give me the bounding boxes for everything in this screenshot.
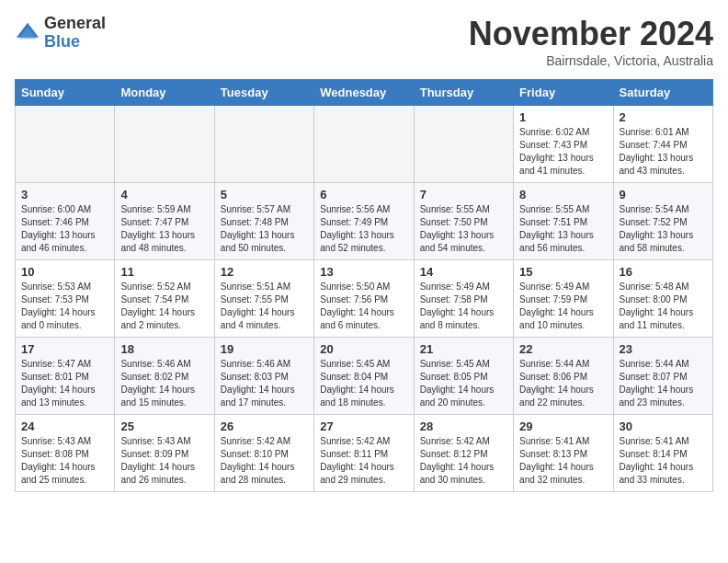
day-number: 2: [620, 110, 707, 124]
calendar-cell: 14Sunrise: 5:49 AM Sunset: 7:58 PM Dayli…: [414, 260, 513, 338]
day-detail: Sunrise: 5:43 AM Sunset: 8:09 PM Dayligh…: [120, 435, 208, 487]
logo: General Blue: [15, 15, 106, 52]
day-detail: Sunrise: 5:41 AM Sunset: 8:13 PM Dayligh…: [519, 435, 607, 487]
day-detail: Sunrise: 5:55 AM Sunset: 7:50 PM Dayligh…: [420, 203, 507, 255]
day-number: 22: [519, 342, 607, 356]
day-detail: Sunrise: 5:45 AM Sunset: 8:04 PM Dayligh…: [320, 358, 407, 409]
calendar-cell: [414, 106, 513, 183]
day-detail: Sunrise: 5:42 AM Sunset: 8:12 PM Dayligh…: [420, 435, 507, 487]
day-detail: Sunrise: 5:49 AM Sunset: 7:59 PM Dayligh…: [519, 281, 607, 332]
calendar-cell: 28Sunrise: 5:42 AM Sunset: 8:12 PM Dayli…: [414, 415, 513, 492]
day-detail: Sunrise: 6:00 AM Sunset: 7:46 PM Dayligh…: [21, 203, 108, 255]
calendar-week-1: 1Sunrise: 6:02 AM Sunset: 7:43 PM Daylig…: [16, 106, 713, 183]
day-number: 3: [21, 188, 108, 201]
day-number: 20: [320, 342, 407, 356]
logo-general-text: General: [44, 14, 106, 32]
day-number: 8: [519, 188, 607, 201]
day-header-monday: Monday: [115, 80, 214, 106]
day-detail: Sunrise: 5:46 AM Sunset: 8:03 PM Dayligh…: [221, 358, 308, 409]
calendar-cell: 27Sunrise: 5:42 AM Sunset: 8:11 PM Dayli…: [314, 415, 414, 492]
day-number: 29: [519, 419, 607, 433]
day-number: 18: [120, 342, 208, 356]
calendar-cell: 29Sunrise: 5:41 AM Sunset: 8:13 PM Dayli…: [514, 415, 613, 492]
day-header-thursday: Thursday: [414, 80, 513, 106]
calendar-cell: 18Sunrise: 5:46 AM Sunset: 8:02 PM Dayli…: [115, 338, 214, 415]
day-number: 21: [420, 342, 507, 356]
day-detail: Sunrise: 5:55 AM Sunset: 7:51 PM Dayligh…: [519, 203, 607, 255]
calendar-table: SundayMondayTuesdayWednesdayThursdayFrid…: [15, 79, 713, 492]
day-number: 12: [221, 265, 308, 279]
day-detail: Sunrise: 5:49 AM Sunset: 7:58 PM Dayligh…: [420, 281, 507, 332]
calendar-week-2: 3Sunrise: 6:00 AM Sunset: 7:46 PM Daylig…: [16, 183, 713, 260]
title-block: November 2024 Bairnsdale, Victoria, Aust…: [469, 15, 713, 68]
calendar-cell: 6Sunrise: 5:56 AM Sunset: 7:49 PM Daylig…: [314, 183, 414, 260]
calendar-cell: 22Sunrise: 5:44 AM Sunset: 8:06 PM Dayli…: [514, 338, 613, 415]
logo-blue-text: Blue: [44, 32, 80, 51]
calendar-cell: 30Sunrise: 5:41 AM Sunset: 8:14 PM Dayli…: [613, 415, 712, 492]
calendar-cell: 24Sunrise: 5:43 AM Sunset: 8:08 PM Dayli…: [16, 415, 115, 492]
calendar-cell: 26Sunrise: 5:42 AM Sunset: 8:10 PM Dayli…: [214, 415, 313, 492]
day-number: 15: [519, 265, 607, 279]
calendar-week-3: 10Sunrise: 5:53 AM Sunset: 7:53 PM Dayli…: [16, 260, 713, 338]
calendar-cell: 19Sunrise: 5:46 AM Sunset: 8:03 PM Dayli…: [214, 338, 313, 415]
day-detail: Sunrise: 5:59 AM Sunset: 7:47 PM Dayligh…: [120, 203, 208, 255]
day-header-friday: Friday: [514, 80, 613, 106]
calendar-cell: 3Sunrise: 6:00 AM Sunset: 7:46 PM Daylig…: [16, 183, 115, 260]
day-number: 28: [420, 419, 507, 433]
day-detail: Sunrise: 6:02 AM Sunset: 7:43 PM Dayligh…: [519, 126, 607, 178]
day-number: 9: [620, 188, 707, 201]
calendar-cell: 8Sunrise: 5:55 AM Sunset: 7:51 PM Daylig…: [514, 183, 613, 260]
day-detail: Sunrise: 5:50 AM Sunset: 7:56 PM Dayligh…: [320, 281, 407, 332]
day-detail: Sunrise: 5:42 AM Sunset: 8:11 PM Dayligh…: [320, 435, 407, 487]
day-detail: Sunrise: 5:44 AM Sunset: 8:07 PM Dayligh…: [620, 358, 707, 409]
day-number: 16: [620, 265, 707, 279]
calendar-cell: 5Sunrise: 5:57 AM Sunset: 7:48 PM Daylig…: [214, 183, 313, 260]
day-detail: Sunrise: 5:57 AM Sunset: 7:48 PM Dayligh…: [221, 203, 308, 255]
day-number: 30: [620, 419, 707, 433]
calendar-cell: 17Sunrise: 5:47 AM Sunset: 8:01 PM Dayli…: [16, 338, 115, 415]
day-number: 4: [120, 188, 208, 201]
day-detail: Sunrise: 5:51 AM Sunset: 7:55 PM Dayligh…: [221, 281, 308, 332]
day-number: 26: [221, 419, 308, 433]
calendar-cell: [314, 106, 414, 183]
calendar-cell: 20Sunrise: 5:45 AM Sunset: 8:04 PM Dayli…: [314, 338, 414, 415]
day-number: 7: [420, 188, 507, 201]
day-detail: Sunrise: 5:44 AM Sunset: 8:06 PM Dayligh…: [519, 358, 607, 409]
day-header-tuesday: Tuesday: [214, 80, 313, 106]
day-detail: Sunrise: 5:54 AM Sunset: 7:52 PM Dayligh…: [620, 203, 707, 255]
day-number: 17: [21, 342, 108, 356]
calendar-cell: 1Sunrise: 6:02 AM Sunset: 7:43 PM Daylig…: [514, 106, 613, 183]
calendar-cell: [16, 106, 115, 183]
calendar-cell: 21Sunrise: 5:45 AM Sunset: 8:05 PM Dayli…: [414, 338, 513, 415]
day-number: 19: [221, 342, 308, 356]
calendar-week-5: 24Sunrise: 5:43 AM Sunset: 8:08 PM Dayli…: [16, 415, 713, 492]
calendar-cell: 11Sunrise: 5:52 AM Sunset: 7:54 PM Dayli…: [115, 260, 214, 338]
day-number: 27: [320, 419, 407, 433]
day-number: 5: [221, 188, 308, 201]
day-detail: Sunrise: 5:56 AM Sunset: 7:49 PM Dayligh…: [320, 203, 407, 255]
month-title: November 2024: [469, 15, 713, 53]
day-number: 23: [620, 342, 707, 356]
calendar-cell: 12Sunrise: 5:51 AM Sunset: 7:55 PM Dayli…: [214, 260, 313, 338]
calendar-cell: 23Sunrise: 5:44 AM Sunset: 8:07 PM Dayli…: [613, 338, 712, 415]
day-detail: Sunrise: 5:45 AM Sunset: 8:05 PM Dayligh…: [420, 358, 507, 409]
day-detail: Sunrise: 5:53 AM Sunset: 7:53 PM Dayligh…: [21, 281, 108, 332]
day-detail: Sunrise: 5:46 AM Sunset: 8:02 PM Dayligh…: [120, 358, 208, 409]
calendar-header-row: SundayMondayTuesdayWednesdayThursdayFrid…: [16, 80, 713, 106]
day-detail: Sunrise: 5:43 AM Sunset: 8:08 PM Dayligh…: [21, 435, 108, 487]
calendar-cell: 16Sunrise: 5:48 AM Sunset: 8:00 PM Dayli…: [613, 260, 712, 338]
day-number: 13: [320, 265, 407, 279]
day-number: 10: [21, 265, 108, 279]
day-number: 14: [420, 265, 507, 279]
day-number: 11: [120, 265, 208, 279]
calendar-cell: 4Sunrise: 5:59 AM Sunset: 7:47 PM Daylig…: [115, 183, 214, 260]
day-detail: Sunrise: 5:47 AM Sunset: 8:01 PM Dayligh…: [21, 358, 108, 409]
day-detail: Sunrise: 5:52 AM Sunset: 7:54 PM Dayligh…: [120, 281, 208, 332]
day-number: 6: [320, 188, 407, 201]
calendar-cell: 2Sunrise: 6:01 AM Sunset: 7:44 PM Daylig…: [613, 106, 712, 183]
calendar-cell: 25Sunrise: 5:43 AM Sunset: 8:09 PM Dayli…: [115, 415, 214, 492]
day-number: 1: [519, 110, 607, 124]
day-number: 24: [21, 419, 108, 433]
calendar-body: 1Sunrise: 6:02 AM Sunset: 7:43 PM Daylig…: [16, 106, 713, 492]
day-detail: Sunrise: 5:48 AM Sunset: 8:00 PM Dayligh…: [620, 281, 707, 332]
